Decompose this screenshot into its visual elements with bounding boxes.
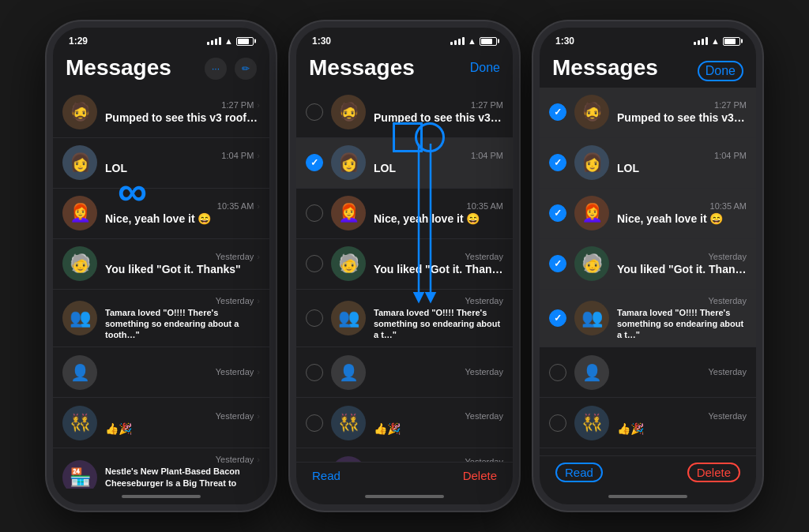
avatar-3-6: 👯 [574, 406, 609, 440]
message-top-2-5: Yesterday [374, 367, 503, 377]
message-item-1-5[interactable]: 👤 Yesterday › [53, 347, 269, 398]
message-item-3-4[interactable]: 👥 Yesterday Tamara loved "O!!!! There's … [540, 290, 756, 348]
bar1 [207, 42, 209, 45]
select-circle-3-2[interactable] [549, 204, 566, 222]
message-item-1-2[interactable]: 👩‍🦰 10:35 AM › Nice, yeah love it 😄 [53, 189, 269, 239]
delete-btn-3[interactable]: Delete [687, 463, 740, 482]
select-circle-2-3[interactable] [306, 255, 323, 272]
read-btn-3[interactable]: Read [555, 463, 603, 482]
home-bar-3 [608, 495, 687, 498]
message-item-1-1[interactable]: 👩 1:04 PM › LOL [53, 138, 269, 189]
battery-fill-3 [724, 39, 736, 44]
message-item-3-3[interactable]: 🧓 Yesterday You liked "Got it. Thanks" [540, 239, 756, 290]
message-time-2-6: Yesterday [465, 411, 503, 421]
message-item-3-6[interactable]: 👯 Yesterday 👍🎉 [540, 398, 756, 448]
select-circle-2-5[interactable] [306, 364, 323, 381]
message-time-3-5: Yesterday [708, 367, 747, 377]
home-bar-2 [365, 495, 444, 498]
message-content-3-5: Yesterday [617, 367, 747, 378]
select-circle-2-4[interactable] [306, 309, 323, 327]
message-time-1-6: Yesterday [216, 411, 254, 421]
select-circle-3-4[interactable] [549, 309, 566, 327]
message-time-2-5: Yesterday [465, 367, 503, 377]
avatar-3-2: 👩‍🦰 [574, 196, 609, 230]
phone-2-wrapper: 1:30 ▲ Mess [290, 21, 519, 511]
time-1: 1:29 [69, 36, 88, 47]
screenshot-container: 1:29 ▲ Mess [31, 6, 778, 526]
sender-1-2: Nice, yeah love it 😄 [105, 212, 260, 225]
compose-btn-1[interactable]: ✏ [235, 58, 257, 80]
select-circle-3-5[interactable] [549, 364, 566, 381]
message-item-1-3[interactable]: 🧓 Yesterday › You liked "Got it. Thanks" [53, 239, 269, 290]
message-item-3-5[interactable]: 👤 Yesterday [540, 347, 756, 398]
message-item-2-6[interactable]: 👯 Yesterday 👍🎉 [296, 398, 513, 448]
phone-3-wrapper: 1:30 ▲ Mess [533, 21, 762, 511]
avatar-3-3: 🧓 [574, 246, 609, 281]
sender-2-2: Nice, yeah love it 😄 [374, 212, 503, 225]
phone-2: 1:30 ▲ Mess [290, 21, 519, 511]
message-item-1-4[interactable]: 👥 Yesterday › Tamara loved "O!!!! There'… [53, 290, 269, 348]
signal-bars-1 [207, 37, 221, 45]
bar3-3 [702, 39, 704, 45]
message-item-2-3[interactable]: 🧓 Yesterday You liked "Got it. Thanks" [296, 239, 513, 290]
message-top-1-3: Yesterday › [105, 252, 260, 261]
select-circle-3-1[interactable] [549, 154, 566, 171]
message-content-3-6: Yesterday 👍🎉 [617, 411, 747, 435]
message-item-3-1[interactable]: 👩 1:04 PM LOL [540, 138, 756, 189]
message-content-3-2: 10:35 AM Nice, yeah love it 😄 [617, 201, 747, 225]
message-item-2-5[interactable]: 👤 Yesterday [296, 347, 513, 398]
arrow-1-1: › [257, 151, 260, 160]
battery-fill-2 [481, 39, 492, 44]
message-item-1-7[interactable]: 🏪 Yesterday › Nestle's New Plant-Based B… [53, 448, 269, 489]
avatar-2-0: 🧔 [331, 95, 366, 129]
select-circle-2-6[interactable] [306, 414, 323, 432]
avatar-2-7: 🏪 [331, 456, 366, 462]
message-time-3-4: Yesterday [708, 296, 747, 305]
message-content-2-1: 1:04 PM LOL [374, 151, 503, 174]
message-item-1-6[interactable]: 👯 Yesterday › 👍🎉 [53, 398, 269, 448]
message-item-2-0[interactable]: 🧔 1:27 PM Pumped to see this v3 roof unv… [296, 88, 513, 138]
wifi-icon-2: ▲ [468, 36, 476, 46]
delete-btn-2[interactable]: Delete [463, 469, 497, 482]
message-item-3-0[interactable]: 🧔 1:27 PM Pumped to see this v3 roof unv… [540, 88, 756, 138]
done-button-3[interactable]: Done [698, 61, 743, 81]
home-bar-1 [122, 495, 201, 498]
select-circle-3-3[interactable] [549, 255, 566, 272]
read-btn-2[interactable]: Read [312, 469, 341, 482]
message-top-1-4: Yesterday › [105, 296, 260, 305]
wifi-icon-1: ▲ [224, 36, 233, 46]
wifi-icon-3: ▲ [711, 36, 720, 46]
message-item-2-7[interactable]: 🏪 Yesterday Nestle's New Plant-Based Bac… [296, 448, 513, 462]
select-circle-2-1[interactable] [306, 154, 323, 171]
avatar-3-1: 👩 [574, 145, 609, 180]
message-list-2: 🧔 1:27 PM Pumped to see this v3 roof unv… [296, 88, 513, 462]
battery-2 [480, 37, 497, 46]
status-bar-1: 1:29 ▲ [53, 28, 269, 51]
message-item-3-7[interactable]: 🏪 Yesterday Nestle's New Plant-Based Bac… [540, 448, 756, 455]
bottom-bar-3: Read Delete [540, 455, 756, 489]
home-indicator-3 [540, 489, 756, 504]
message-top-3-2: 10:35 AM [617, 201, 747, 211]
message-item-2-1[interactable]: 👩 1:04 PM LOL [296, 138, 513, 189]
select-circle-3-0[interactable] [549, 103, 566, 121]
message-time-2-7: Yesterday [465, 457, 503, 462]
message-item-2-4[interactable]: 👥 Yesterday Tamara loved "O!!!! There's … [296, 290, 513, 348]
message-item-3-2[interactable]: 👩‍🦰 10:35 AM Nice, yeah love it 😄 [540, 189, 756, 239]
avatar-1-4: 👥 [62, 301, 97, 335]
message-top-2-2: 10:35 AM [374, 201, 503, 211]
select-circle-3-6[interactable] [549, 414, 566, 432]
select-circle-2-0[interactable] [306, 103, 323, 121]
done-button-2[interactable]: Done [470, 61, 500, 81]
sender-2-0: Pumped to see this v3 roof unveil! [374, 111, 503, 124]
status-bar-3: 1:30 ▲ [540, 28, 756, 51]
message-item-2-2[interactable]: 👩‍🦰 10:35 AM Nice, yeah love it 😄 [296, 189, 513, 239]
message-top-3-3: Yesterday [617, 252, 747, 261]
message-content-2-3: Yesterday You liked "Got it. Thanks" [374, 252, 503, 275]
more-btn-1[interactable]: ··· [205, 58, 227, 80]
message-item-1-0[interactable]: 🧔 1:27 PM › Pumped to see this v3 roof u… [53, 88, 269, 138]
select-circle-2-2[interactable] [306, 204, 323, 222]
messages-header-2: Messages Done [296, 51, 513, 88]
message-top-3-1: 1:04 PM [617, 151, 747, 160]
bar2 [211, 40, 213, 45]
time-2: 1:30 [312, 36, 331, 47]
